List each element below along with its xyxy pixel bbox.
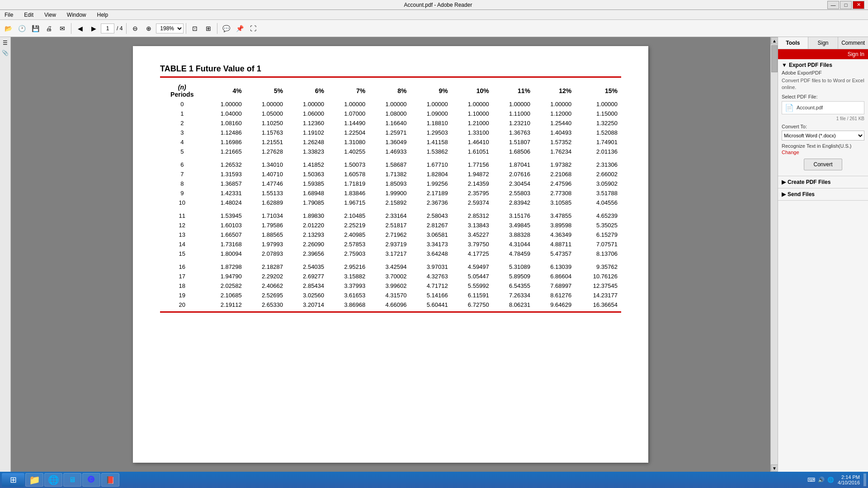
col-4pct: 4% [204, 82, 245, 99]
select-file-label: Select PDF File: [782, 94, 864, 99]
pdf-file-icon: 📄 [785, 103, 794, 112]
send-arrow-icon: ▶ [782, 191, 786, 197]
col-8pct: 8% [369, 82, 410, 99]
convert-button[interactable]: Convert [804, 159, 842, 170]
bottom-red-line [160, 311, 621, 313]
menu-view[interactable]: View [42, 11, 59, 19]
create-section-title[interactable]: ▶ Create PDF Files [782, 179, 864, 185]
open-button[interactable]: 📂 [2, 22, 14, 35]
create-section: ▶ Create PDF Files [778, 176, 868, 188]
col-6pct: 6% [287, 82, 328, 99]
table-row: 131.665071.885652.132932.409852.719623.0… [160, 230, 621, 239]
export-section: ▼ Export PDF Files Adobe ExportPDF Conve… [778, 59, 868, 176]
scroll-track[interactable] [771, 44, 778, 465]
scroll-up-button[interactable]: ▲ [771, 37, 778, 44]
comment-button[interactable]: 💬 [220, 22, 232, 35]
table-row: 11.040001.050001.060001.070001.080001.09… [160, 109, 621, 118]
separator-4 [217, 23, 217, 34]
recent-button[interactable]: 🕐 [15, 22, 28, 35]
table-row: 161.872982.182872.540352.952163.425943.9… [160, 262, 621, 272]
menu-file[interactable]: File [2, 11, 16, 19]
export-arrow-icon: ▼ [782, 62, 787, 68]
fit-page-button[interactable]: ⊞ [202, 22, 215, 35]
fullscreen-button[interactable]: ⛶ [247, 22, 259, 35]
table-row [160, 156, 621, 160]
tab-comment[interactable]: Comment [838, 37, 868, 49]
menu-help[interactable]: Help [94, 11, 111, 19]
show-desktop-button[interactable] [863, 474, 866, 486]
window-title: Account.pdf - Adobe Reader [49, 2, 827, 8]
page-number-input[interactable] [101, 23, 114, 33]
export-section-title[interactable]: ▼ Export PDF Files [782, 62, 864, 68]
adobe-exportpdf-label: Adobe ExportPDF [782, 70, 864, 75]
minimize-button[interactable]: — [827, 1, 839, 9]
change-link[interactable]: Change [782, 150, 864, 155]
save-button[interactable]: 💾 [29, 22, 42, 35]
table-row: 111.539451.710341.898302.104852.331642.5… [160, 211, 621, 221]
convert-to-label: Convert To: [782, 124, 864, 129]
col-15pct: 15% [575, 82, 621, 99]
table-row: 151.800942.078932.396562.759033.172173.6… [160, 249, 621, 258]
separator-2 [126, 23, 127, 34]
table-row: 182.025822.406622.854343.379933.996024.7… [160, 281, 621, 291]
table-row: 21.081601.102501.123601.144901.166401.18… [160, 118, 621, 128]
right-panel: Tools Sign Comment Sign In ▼ Export PDF … [778, 37, 868, 472]
taskbar-right: ⌨ 🔊 🌐 2:14 PM 4/10/2016 [807, 474, 866, 486]
sign-in-button[interactable]: Sign In [778, 49, 868, 59]
menu-bar: File Edit View Window Help [0, 10, 868, 20]
send-section-title[interactable]: ▶ Send Files [782, 191, 864, 197]
n-header: (n) Periods [160, 82, 204, 99]
nav-icon[interactable]: ☰ [1, 39, 9, 47]
table-row: 71.315931.407101.503631.605781.713821.82… [160, 169, 621, 179]
export-description: Convert PDF files to to Word or Excel on… [782, 77, 864, 91]
fit-width-button[interactable]: ⊡ [189, 22, 201, 35]
taskbar-app3[interactable]: 🖥 [63, 473, 81, 487]
taskbar-app4[interactable]: 🅒 [82, 473, 100, 487]
email-button[interactable]: ✉ [56, 22, 69, 35]
table-row: 61.265321.340101.418521.500731.586871.67… [160, 160, 621, 169]
top-red-line [160, 76, 621, 78]
menu-window[interactable]: Window [64, 11, 89, 19]
taskbar-file-explorer[interactable]: 📁 [25, 473, 43, 487]
scroll-thumb[interactable] [771, 45, 778, 72]
create-arrow-icon: ▶ [782, 179, 786, 185]
time-display: 2:14 PM [841, 474, 860, 480]
next-page-button[interactable]: ▶ [87, 22, 100, 35]
tab-sign[interactable]: Sign [808, 37, 839, 49]
menu-edit[interactable]: Edit [21, 11, 36, 19]
col-9pct: 9% [410, 82, 451, 99]
maximize-button[interactable]: □ [840, 1, 852, 9]
send-section: ▶ Send Files [778, 188, 868, 201]
tab-tools[interactable]: Tools [778, 37, 808, 49]
fv-table: (n) Periods 4% 5% 6% 7% 8% 9% 10% 11% 12… [160, 82, 621, 310]
attach-icon[interactable]: 📎 [1, 49, 9, 57]
convert-to-select[interactable]: Microsoft Word (*.docx) Microsoft Excel … [782, 131, 864, 141]
col-10pct: 10% [452, 82, 493, 99]
taskbar-clock: 2:14 PM 4/10/2016 [838, 474, 860, 485]
table-row [160, 258, 621, 262]
prev-page-button[interactable]: ◀ [74, 22, 86, 35]
file-badge: 📄 Account.pdf [782, 101, 864, 114]
taskbar-adobe[interactable]: 📕 [101, 473, 119, 487]
zoom-select[interactable]: 198% 100% 150% 200% [156, 23, 184, 33]
taskbar-browser[interactable]: 🌐 [44, 473, 62, 487]
col-7pct: 7% [328, 82, 369, 99]
close-button[interactable]: ✕ [853, 1, 864, 9]
vertical-scrollbar[interactable]: ▲ ▼ [770, 37, 778, 472]
zoom-in-button[interactable]: ⊕ [142, 22, 155, 35]
zoom-out-button[interactable]: ⊖ [129, 22, 142, 35]
left-sidebar: ☰ 📎 [0, 37, 11, 472]
speaker-icon: 🔊 [818, 477, 825, 483]
table-row: 141.731681.979932.260902.578532.937193.3… [160, 239, 621, 249]
start-button[interactable]: ⊞ [2, 473, 24, 487]
table-row [160, 207, 621, 211]
keyboard-icon: ⌨ [807, 477, 815, 483]
table-row: 202.191122.653303.207143.869684.660965.6… [160, 300, 621, 310]
scroll-down-button[interactable]: ▼ [771, 465, 778, 472]
table-row: 41.169861.215511.262481.310801.360491.41… [160, 137, 621, 147]
print-button[interactable]: 🖨 [42, 22, 55, 35]
date-display: 4/10/2016 [838, 480, 860, 485]
stamp-button[interactable]: 📌 [233, 22, 246, 35]
separator-3 [186, 23, 186, 34]
table-row: 01.000001.000001.000001.000001.000001.00… [160, 99, 621, 109]
